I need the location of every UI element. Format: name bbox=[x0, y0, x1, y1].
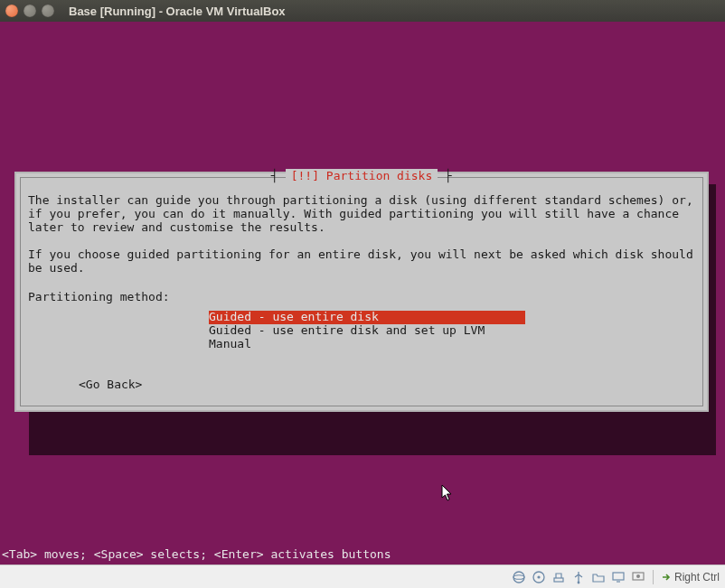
mouse-cursor-icon bbox=[441, 484, 454, 502]
svg-point-0 bbox=[513, 572, 524, 583]
window-title: Base [Running] - Oracle VM VirtualBox bbox=[69, 5, 286, 18]
shared-folder-icon[interactable] bbox=[591, 570, 606, 584]
svg-point-5 bbox=[578, 581, 580, 583]
svg-point-3 bbox=[537, 575, 540, 578]
vm-screen[interactable]: ┤ [!!] Partition disks ├ The installer c… bbox=[0, 22, 725, 565]
status-separator bbox=[653, 570, 654, 584]
svg-rect-4 bbox=[554, 578, 563, 582]
hostkey-arrow-icon bbox=[661, 572, 672, 583]
dialog-title: [!!] Partition disks bbox=[286, 169, 438, 182]
capture-icon[interactable] bbox=[631, 570, 645, 584]
dialog-prompt: Partitioning method: bbox=[28, 290, 695, 303]
option-manual[interactable]: Manual bbox=[209, 338, 695, 351]
window-titlebar: Base [Running] - Oracle VM VirtualBox bbox=[0, 0, 725, 22]
go-back-button[interactable]: <Go Back> bbox=[79, 378, 695, 391]
option-guided-entire-disk[interactable]: Guided - use entire disk bbox=[209, 311, 525, 324]
svg-point-8 bbox=[636, 574, 640, 578]
svg-point-1 bbox=[513, 574, 524, 579]
svg-rect-6 bbox=[613, 573, 624, 580]
host-key-label: Right Ctrl bbox=[674, 571, 720, 583]
dialog-frame: ┤ [!!] Partition disks ├ The installer c… bbox=[20, 177, 703, 406]
option-list: Guided - use entire disk Guided - use en… bbox=[28, 311, 695, 351]
cd-icon[interactable] bbox=[532, 570, 546, 584]
installer-dialog: ┤ [!!] Partition disks ├ The installer c… bbox=[14, 172, 709, 412]
key-hint-bar: <Tab> moves; <Space> selects; <Enter> ac… bbox=[2, 547, 391, 561]
host-key-indicator[interactable]: Right Ctrl bbox=[661, 571, 720, 583]
maximize-icon[interactable] bbox=[42, 5, 54, 17]
option-guided-lvm[interactable]: Guided - use entire disk and set up LVM bbox=[209, 324, 695, 338]
minimize-icon[interactable] bbox=[24, 5, 36, 17]
dialog-body-text: The installer can guide you through part… bbox=[28, 194, 695, 275]
close-icon[interactable] bbox=[5, 5, 18, 17]
display-icon[interactable] bbox=[611, 570, 626, 584]
net-icon[interactable] bbox=[551, 570, 566, 584]
disk-icon[interactable] bbox=[512, 570, 526, 584]
vm-status-bar: Right Ctrl bbox=[0, 565, 725, 588]
usb-icon[interactable] bbox=[571, 570, 586, 584]
